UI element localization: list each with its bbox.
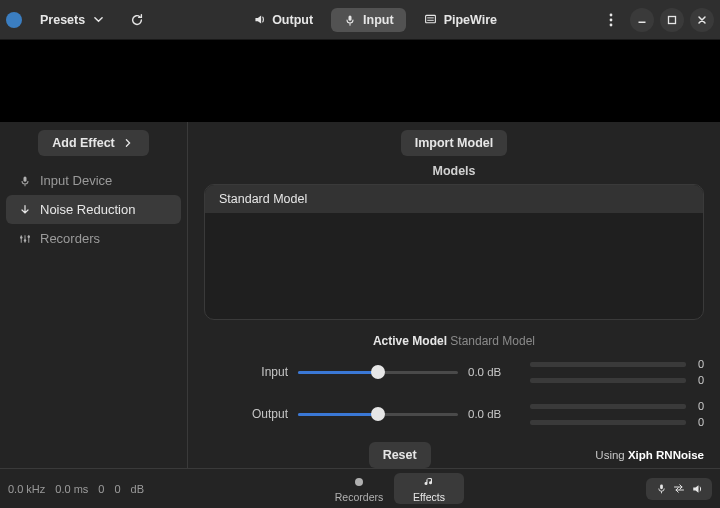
import-model-button[interactable]: Import Model — [401, 130, 507, 156]
app-icon — [6, 12, 22, 28]
sidebar-item-input-device[interactable]: Input Device — [6, 166, 181, 195]
input-gain-value: 0.0 dB — [468, 366, 520, 378]
svg-point-9 — [24, 239, 26, 241]
active-model-line: Active Model Standard Model — [204, 334, 704, 348]
maximize-button[interactable] — [660, 8, 684, 32]
sidebar-item-label: Recorders — [40, 231, 100, 246]
input-meter-r — [530, 378, 686, 383]
record-icon — [352, 475, 366, 489]
maximize-icon — [667, 15, 677, 25]
add-effect-button[interactable]: Add Effect — [38, 130, 149, 156]
active-model-label: Active Model — [373, 334, 447, 348]
header-bar: Presets Output Input — [0, 0, 720, 40]
svg-rect-12 — [660, 484, 663, 489]
add-effect-label: Add Effect — [52, 136, 115, 150]
input-meter-l — [530, 362, 686, 367]
stat-v2: 0 — [114, 483, 120, 495]
stat-freq: 0.0 kHz — [8, 483, 45, 495]
effect-panel: Import Model Models Standard Model Activ… — [188, 122, 720, 468]
music-note-icon — [422, 475, 436, 489]
switcher-recorders[interactable]: Recorders — [324, 469, 394, 508]
model-name: Standard Model — [219, 192, 307, 206]
tab-output[interactable]: Output — [240, 8, 325, 32]
sidebar-item-noise-reduction[interactable]: Noise Reduction — [6, 195, 181, 224]
presets-label: Presets — [40, 13, 85, 27]
svg-rect-5 — [639, 21, 646, 23]
effects-sidebar: Add Effect Input Device Noise Reduction … — [0, 122, 188, 468]
model-row[interactable]: Standard Model — [205, 185, 703, 213]
svg-rect-6 — [669, 16, 676, 23]
chevron-down-icon — [91, 13, 105, 27]
status-stats: 0.0 kHz 0.0 ms 0 0 dB — [0, 469, 188, 508]
input-gain-row: Input 0.0 dB 0 0 — [204, 358, 704, 386]
microphone-icon — [654, 482, 668, 496]
speaker-icon — [690, 482, 704, 496]
engine-credit: Using Xiph RNNoise — [595, 449, 704, 461]
svg-point-2 — [610, 13, 613, 16]
refresh-button[interactable] — [123, 8, 151, 32]
switcher-effects[interactable]: Effects — [394, 473, 464, 504]
status-bar: 0.0 kHz 0.0 ms 0 0 dB Recorders Effects — [0, 468, 720, 508]
input-meters: 0 0 — [530, 358, 704, 386]
svg-rect-0 — [349, 15, 352, 20]
stat-unit: dB — [131, 483, 144, 495]
tab-input-label: Input — [363, 13, 394, 27]
speaker-icon — [252, 13, 266, 27]
sidebar-item-recorders[interactable]: Recorders — [6, 224, 181, 253]
tab-pipewire-label: PipeWire — [444, 13, 497, 27]
input-gain-slider[interactable] — [298, 365, 458, 379]
models-heading: Models — [204, 164, 704, 178]
minimize-button[interactable] — [630, 8, 654, 32]
refresh-icon — [130, 13, 144, 27]
output-meter-l — [530, 404, 686, 409]
stat-latency: 0.0 ms — [55, 483, 88, 495]
microphone-icon — [343, 13, 357, 27]
kebab-menu-button[interactable] — [598, 8, 624, 32]
output-gain-label: Output — [204, 407, 288, 421]
import-model-label: Import Model — [415, 136, 493, 150]
sidebar-item-label: Input Device — [40, 173, 112, 188]
pipewire-icon — [424, 13, 438, 27]
minimize-icon — [637, 15, 647, 25]
svg-point-4 — [610, 23, 613, 26]
svg-rect-7 — [24, 176, 27, 181]
output-gain-value: 0.0 dB — [468, 408, 520, 420]
close-button[interactable] — [690, 8, 714, 32]
svg-point-11 — [355, 478, 363, 486]
models-list: Standard Model — [204, 184, 704, 320]
spectrum-visualizer — [0, 40, 720, 122]
output-gain-slider[interactable] — [298, 407, 458, 421]
arrow-down-icon — [18, 203, 32, 217]
close-icon — [697, 15, 707, 25]
reset-label: Reset — [383, 448, 417, 462]
svg-point-3 — [610, 18, 613, 21]
stat-v1: 0 — [98, 483, 104, 495]
active-model-value: Standard Model — [450, 334, 535, 348]
svg-point-10 — [28, 235, 30, 237]
output-meters: 0 0 — [530, 400, 704, 428]
panel-footer: Reset Using Xiph RNNoise — [204, 442, 704, 468]
main-area: Add Effect Input Device Noise Reduction … — [0, 122, 720, 468]
tab-output-label: Output — [272, 13, 313, 27]
kebab-icon — [604, 13, 618, 27]
reset-button[interactable]: Reset — [369, 442, 431, 468]
output-gain-row: Output 0.0 dB 0 0 — [204, 400, 704, 428]
sliders-icon — [18, 232, 32, 246]
output-meter-r — [530, 420, 686, 425]
svg-rect-1 — [426, 15, 436, 22]
routing-button[interactable] — [646, 478, 712, 500]
svg-point-8 — [20, 236, 22, 238]
tab-pipewire[interactable]: PipeWire — [412, 8, 509, 32]
chevron-right-icon — [121, 136, 135, 150]
tab-input[interactable]: Input — [331, 8, 406, 32]
microphone-icon — [18, 174, 32, 188]
presets-menu-button[interactable]: Presets — [28, 8, 117, 32]
swap-icon — [672, 482, 686, 496]
switcher-recorders-label: Recorders — [335, 491, 383, 503]
switcher-effects-label: Effects — [413, 491, 445, 503]
io-controls: Input 0.0 dB 0 0 Output — [204, 358, 704, 428]
sidebar-item-label: Noise Reduction — [40, 202, 135, 217]
input-gain-label: Input — [204, 365, 288, 379]
